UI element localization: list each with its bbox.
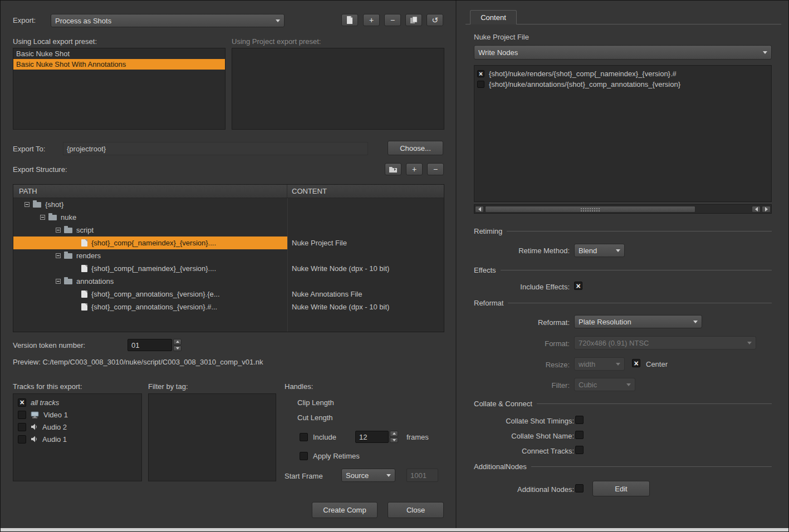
version-token-input[interactable]: 01 bbox=[128, 339, 172, 351]
collate-shot-name-checkbox[interactable] bbox=[575, 431, 584, 439]
chevron-down-icon bbox=[693, 321, 698, 323]
track-row[interactable]: Audio 2 bbox=[13, 421, 141, 433]
tree-header: PATH CONTENT bbox=[13, 185, 444, 198]
include-frames-checkbox[interactable] bbox=[300, 433, 308, 441]
tree-row[interactable]: {shot} bbox=[13, 198, 444, 211]
expander-icon[interactable] bbox=[56, 279, 61, 284]
tree-row[interactable]: {shot}_comp_annotations_{version}.{e... … bbox=[13, 288, 444, 301]
expander-icon[interactable] bbox=[24, 202, 30, 207]
file-icon bbox=[81, 239, 87, 247]
write-node-row[interactable]: × {shot}/nuke/renders/{shot}_comp{_namei… bbox=[474, 68, 771, 79]
tracks-list[interactable]: × all tracks Video 1 Audio 2 Audio 1 bbox=[13, 393, 142, 481]
tree-row[interactable]: {shot}_comp{_nameindex}_{version}.... Nu… bbox=[13, 262, 444, 275]
column-header-path[interactable]: PATH bbox=[13, 185, 287, 198]
track-row[interactable]: Video 1 bbox=[13, 408, 141, 421]
list-item[interactable]: Basic Nuke Shot With Annotations bbox=[13, 59, 225, 70]
write-node-checkbox[interactable] bbox=[477, 81, 484, 88]
stepper-down-button[interactable] bbox=[390, 437, 398, 444]
scrollbar-thumb[interactable] bbox=[485, 206, 695, 213]
track-checkbox[interactable] bbox=[18, 411, 26, 419]
list-item[interactable]: Basic Nuke Shot bbox=[13, 48, 225, 59]
expander-icon[interactable] bbox=[56, 228, 61, 233]
expander-icon[interactable] bbox=[40, 215, 45, 220]
retime-method-select[interactable]: Blend bbox=[574, 244, 625, 257]
export-to-label: Export To: bbox=[13, 145, 45, 153]
start-frame-number-value: 1001 bbox=[410, 471, 427, 480]
node-type-select[interactable]: Write Nodes bbox=[474, 45, 772, 60]
tree-row[interactable]: renders bbox=[13, 249, 444, 262]
tree-row[interactable]: {shot}_comp{_nameindex}_{version}.... Nu… bbox=[13, 237, 444, 249]
minus-icon: − bbox=[433, 165, 438, 174]
write-node-path: {shot}/nuke/renders/{shot}_comp{_nameind… bbox=[489, 70, 677, 78]
include-effects-checkbox[interactable]: × bbox=[574, 282, 582, 290]
tree-node-content bbox=[287, 224, 444, 237]
tree-row[interactable]: nuke bbox=[13, 211, 444, 224]
write-node-row[interactable]: {shot}/nuke/annotations/{shot}_comp_anno… bbox=[474, 79, 771, 90]
track-row[interactable]: × all tracks bbox=[13, 396, 141, 408]
write-node-checkbox[interactable]: × bbox=[477, 70, 484, 77]
write-nodes-list[interactable]: × {shot}/nuke/renders/{shot}_comp{_namei… bbox=[474, 65, 772, 202]
handles-label: Handles: bbox=[285, 382, 313, 391]
track-checkbox[interactable] bbox=[18, 435, 26, 444]
chevron-down-icon bbox=[763, 51, 767, 54]
audio-track-icon bbox=[31, 436, 38, 442]
revert-presets-button[interactable]: ↺ bbox=[427, 14, 443, 26]
track-checkbox[interactable]: × bbox=[18, 398, 26, 407]
start-frame-value: Source bbox=[346, 471, 369, 480]
stepper-up-button[interactable] bbox=[173, 339, 182, 345]
tree-node-label: {shot}_comp{_nameindex}_{version}.... bbox=[91, 264, 216, 273]
scroll-right-button[interactable] bbox=[762, 206, 771, 213]
export-preset-select[interactable]: Process as Shots bbox=[51, 14, 285, 27]
collate-shot-timings-checkbox[interactable] bbox=[575, 416, 584, 424]
window-edge bbox=[1, 528, 789, 532]
apply-retimes-checkbox[interactable] bbox=[300, 452, 308, 460]
panel-divider bbox=[455, 1, 457, 528]
project-preset-list[interactable] bbox=[232, 48, 444, 130]
tree-node-content bbox=[287, 249, 444, 262]
add-structure-entry-button[interactable]: + bbox=[406, 163, 423, 175]
nuke-project-file-label: Nuke Project File bbox=[474, 33, 529, 41]
center-checkbox[interactable]: × bbox=[632, 359, 640, 367]
copy-preset-to-project-button[interactable] bbox=[405, 14, 422, 26]
scroll-left-button[interactable] bbox=[752, 206, 761, 213]
delete-preset-button[interactable]: − bbox=[384, 14, 401, 26]
remove-structure-entry-button[interactable]: − bbox=[427, 163, 444, 175]
track-row[interactable]: Audio 1 bbox=[13, 433, 141, 445]
new-preset-button[interactable] bbox=[341, 14, 358, 26]
include-frames-input[interactable]: 12 bbox=[355, 431, 389, 443]
additional-nodes-checkbox[interactable] bbox=[575, 484, 584, 492]
retiming-section-header: Retiming bbox=[474, 227, 772, 235]
create-comp-button[interactable]: Create Comp bbox=[312, 502, 378, 518]
local-preset-list[interactable]: Basic Nuke Shot Basic Nuke Shot With Ann… bbox=[13, 48, 226, 130]
column-header-content[interactable]: CONTENT bbox=[287, 185, 444, 198]
scroll-left-button[interactable] bbox=[475, 206, 484, 213]
expander-icon[interactable] bbox=[56, 253, 61, 258]
filter-select: Cubic bbox=[574, 378, 635, 391]
tree-row[interactable]: {shot}_comp_annotations_{version}.#... N… bbox=[13, 301, 444, 313]
tree-row[interactable]: annotations bbox=[13, 275, 444, 288]
format-label: Format: bbox=[474, 339, 570, 348]
track-checkbox[interactable] bbox=[18, 423, 26, 431]
section-title: AdditionalNodes bbox=[474, 462, 527, 471]
edit-additional-nodes-button[interactable]: Edit bbox=[592, 481, 650, 496]
stepper-up-button[interactable] bbox=[390, 431, 398, 437]
reformat-select[interactable]: Plate Resolution bbox=[574, 315, 702, 328]
tree-node-content: Nuke Write Node (dpx - 10 bit) bbox=[287, 301, 444, 313]
tab-content[interactable]: Content bbox=[470, 10, 517, 24]
choose-button[interactable]: Choose... bbox=[388, 141, 443, 155]
tree-node-label: annotations bbox=[76, 277, 114, 285]
arrow-up-icon bbox=[393, 432, 396, 435]
include-effects-label: Include Effects: bbox=[474, 283, 570, 291]
project-preset-label: Using Project export preset: bbox=[232, 37, 321, 46]
close-button[interactable]: Close bbox=[388, 502, 444, 518]
start-frame-select[interactable]: Source bbox=[341, 469, 395, 482]
new-folder-button[interactable] bbox=[385, 163, 401, 175]
filter-by-tag-label: Filter by tag: bbox=[148, 382, 188, 391]
filter-by-tag-list[interactable] bbox=[148, 393, 276, 481]
copy-icon bbox=[410, 16, 418, 24]
add-preset-button[interactable]: + bbox=[363, 14, 380, 26]
stepper-down-button[interactable] bbox=[173, 346, 182, 352]
tree-row[interactable]: script bbox=[13, 224, 444, 237]
connect-tracks-checkbox[interactable] bbox=[575, 446, 584, 454]
export-to-field[interactable]: {projectroot} bbox=[63, 142, 368, 155]
